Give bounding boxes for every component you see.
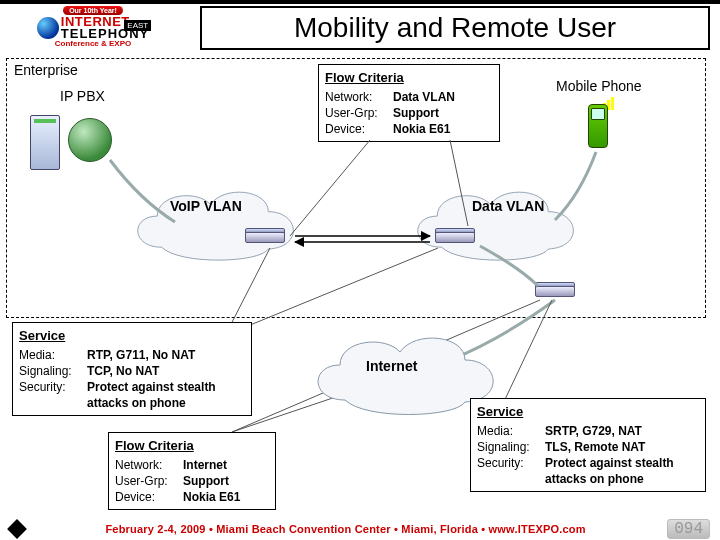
ip-pbx-icon xyxy=(30,100,140,170)
voip-vlan-cloud xyxy=(120,185,310,265)
slide-title: Mobility and Remote User xyxy=(200,6,710,50)
slide-footer: February 2-4, 2009 • Miami Beach Convent… xyxy=(0,518,720,540)
data-vlan-router-icon xyxy=(435,228,475,244)
footer-text: February 2-4, 2009 • Miami Beach Convent… xyxy=(34,523,657,535)
slide-number: 094 xyxy=(667,519,710,539)
flow-criteria-top-box: Flow Criteria Network:Data VLAN User-Grp… xyxy=(318,64,500,142)
flow-criteria-bottom-box: Flow Criteria Network:Internet User-Grp:… xyxy=(108,432,276,510)
voip-vlan-label: VoIP VLAN xyxy=(170,198,242,214)
flow-criteria-top-heading: Flow Criteria xyxy=(325,69,493,87)
internet-label: Internet xyxy=(366,358,417,374)
logo-east-badge: EAST xyxy=(124,20,151,31)
edge-router-icon xyxy=(535,282,575,298)
globe-icon xyxy=(37,17,59,39)
enterprise-label: Enterprise xyxy=(14,62,78,78)
service-right-heading: Service xyxy=(477,403,699,421)
logo-subtitle: Conference & EXPO xyxy=(55,39,131,48)
service-left-box: Service Media:RTP, G711, No NAT Signalin… xyxy=(12,322,252,416)
mobile-phone-label: Mobile Phone xyxy=(556,78,642,94)
mobile-phone-icon xyxy=(582,96,614,150)
flow-criteria-bottom-heading: Flow Criteria xyxy=(115,437,269,455)
voip-router-icon xyxy=(245,228,285,244)
data-vlan-label: Data VLAN xyxy=(472,198,544,214)
service-right-box: Service Media:SRTP, G729, NAT Signaling:… xyxy=(470,398,706,492)
data-vlan-cloud xyxy=(400,185,590,265)
service-left-heading: Service xyxy=(19,327,245,345)
footer-diamond-icon xyxy=(7,519,27,539)
event-logo: Our 10th Year! INTERNET TELEPHONY EAST C… xyxy=(8,6,178,54)
